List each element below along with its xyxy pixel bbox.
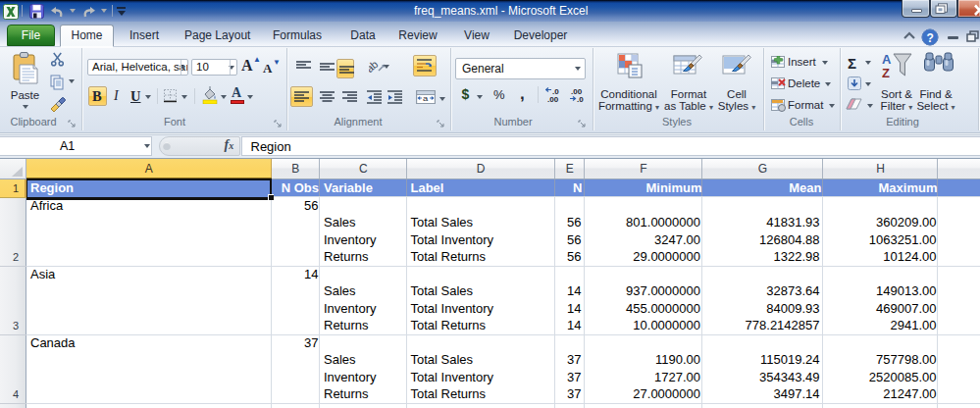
svg-text:?: ? xyxy=(927,31,934,45)
svg-text:a: a xyxy=(423,94,428,103)
svg-text:ab: ab xyxy=(369,58,381,74)
svg-text:.0: .0 xyxy=(577,95,584,104)
svg-text:Z: Z xyxy=(882,66,890,79)
svg-text:.00: .00 xyxy=(547,95,559,104)
svg-text:A: A xyxy=(882,52,892,67)
